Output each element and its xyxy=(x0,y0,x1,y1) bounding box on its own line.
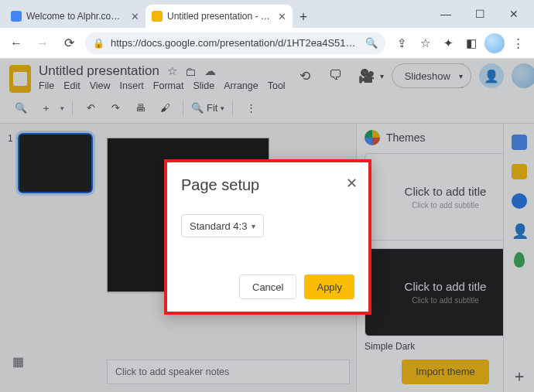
dialog-title: Page setup xyxy=(181,176,354,194)
browser-profile-avatar[interactable] xyxy=(484,33,505,53)
favicon-icon xyxy=(11,11,22,22)
window-maximize-button[interactable]: ☐ xyxy=(463,2,497,26)
favicon-icon xyxy=(152,11,163,22)
address-bar[interactable]: 🔒 https://docs.google.com/presentation/d… xyxy=(85,32,385,54)
tab-close-icon[interactable]: ✕ xyxy=(131,11,139,22)
tab-close-icon[interactable]: ✕ xyxy=(278,11,286,22)
lock-icon: 🔒 xyxy=(93,38,104,49)
browser-tab-slides[interactable]: Untitled presentation - Google S ✕ xyxy=(145,5,293,28)
nav-reload-button[interactable]: ⟳ xyxy=(59,33,79,53)
cancel-button[interactable]: Cancel xyxy=(239,274,296,299)
extensions-icon[interactable]: ✦ xyxy=(438,33,458,53)
share-icon[interactable]: ⇪ xyxy=(392,33,412,53)
aspect-ratio-dropdown[interactable]: Standard 4:3 ▾ xyxy=(181,214,264,237)
chevron-down-icon: ▾ xyxy=(252,222,255,230)
nav-forward-button[interactable]: → xyxy=(33,33,53,53)
tab-title: Untitled presentation - Google S xyxy=(167,11,270,22)
new-tab-button[interactable]: + xyxy=(293,6,314,28)
aspect-ratio-value: Standard 4:3 xyxy=(190,220,247,232)
window-minimize-button[interactable]: — xyxy=(429,2,463,26)
side-panel-icon[interactable]: ◧ xyxy=(461,33,481,53)
search-in-page-icon[interactable]: 🔍 xyxy=(365,37,378,49)
browser-toolbar: ← → ⟳ 🔒 https://docs.google.com/presenta… xyxy=(0,28,534,59)
tab-title: Welcome to Alphr.com - Google xyxy=(26,11,123,22)
window-close-button[interactable]: ✕ xyxy=(497,2,531,26)
bookmark-icon[interactable]: ☆ xyxy=(415,33,435,53)
browser-tab-alphr[interactable]: Welcome to Alphr.com - Google ✕ xyxy=(5,5,145,28)
browser-menu-icon[interactable]: ⋮ xyxy=(508,33,528,53)
url-text: https://docs.google.com/presentation/d/1… xyxy=(111,37,359,49)
page-setup-dialog: ✕ Page setup Standard 4:3 ▾ Cancel Apply xyxy=(164,159,371,315)
nav-back-button[interactable]: ← xyxy=(6,33,26,53)
dialog-close-icon[interactable]: ✕ xyxy=(346,175,358,192)
apply-button[interactable]: Apply xyxy=(304,274,354,299)
